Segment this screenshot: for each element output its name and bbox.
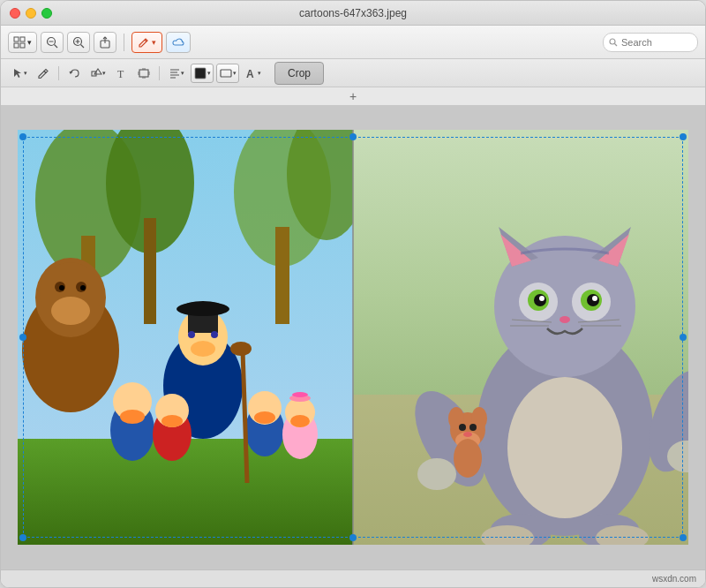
separator-3 (159, 66, 160, 80)
minimize-button[interactable] (26, 8, 36, 19)
rect-icon (138, 67, 150, 79)
svg-text:A: A (246, 68, 254, 79)
share-icon (99, 36, 111, 49)
svg-point-53 (120, 410, 145, 424)
svg-point-57 (161, 415, 183, 427)
svg-point-103 (469, 424, 477, 431)
edit-button[interactable]: ▾ (131, 32, 162, 53)
size-icon (13, 36, 26, 49)
text-format-icon: A (245, 67, 258, 79)
separator-1 (124, 34, 124, 51)
svg-point-84 (560, 316, 570, 323)
zoom-in-button[interactable] (67, 32, 90, 53)
svg-point-82 (539, 296, 545, 301)
svg-point-83 (592, 296, 597, 301)
svg-point-91 (417, 458, 456, 490)
cursor-tool-button[interactable]: ▾ (8, 64, 31, 83)
svg-text:T: T (117, 68, 124, 79)
svg-rect-2 (14, 43, 19, 48)
color-icon (193, 66, 207, 80)
svg-point-48 (188, 331, 195, 338)
text-format-button[interactable]: A ▾ (242, 64, 265, 83)
border-style-icon (219, 66, 233, 80)
cursor-icon (11, 67, 24, 79)
toolbar-secondary: ▾ ▾ T (1, 59, 705, 87)
svg-point-67 (292, 392, 308, 397)
shapes-arrow: ▾ (102, 70, 106, 77)
cursor-arrow: ▾ (24, 70, 27, 77)
separator-2 (58, 66, 59, 80)
svg-rect-23 (195, 68, 206, 79)
svg-rect-0 (14, 37, 19, 41)
svg-line-10 (81, 44, 85, 48)
svg-point-102 (459, 424, 466, 431)
crop-button[interactable]: Crop (274, 62, 324, 85)
svg-point-65 (290, 415, 310, 427)
svg-rect-54 (124, 390, 141, 399)
svg-rect-32 (144, 218, 156, 324)
svg-point-104 (463, 432, 472, 437)
footer: wsxdn.com (1, 569, 705, 587)
svg-rect-33 (275, 227, 289, 324)
svg-point-60 (254, 411, 275, 424)
pencil-icon (37, 67, 49, 79)
svg-point-50 (191, 341, 215, 357)
maximize-button[interactable] (41, 8, 52, 19)
svg-point-49 (211, 331, 218, 338)
svg-point-47 (176, 302, 229, 316)
shapes-icon (90, 67, 102, 79)
image-container (18, 130, 688, 545)
window-title: cartoons-647x363.jpeg (299, 7, 407, 19)
search-box (603, 33, 698, 52)
app-window: cartoons-647x363.jpeg ▾ (0, 0, 706, 588)
shapes-button[interactable]: ▾ (86, 64, 109, 83)
plus-icon[interactable]: + (349, 89, 357, 103)
svg-line-6 (55, 44, 58, 48)
svg-rect-3 (20, 43, 25, 48)
color-button[interactable]: ▾ (191, 64, 214, 83)
plus-row: + (1, 87, 705, 105)
titlebar: cartoons-647x363.jpeg (1, 1, 705, 26)
search-input[interactable] (621, 37, 692, 48)
size-group: ▾ (8, 32, 37, 53)
svg-point-89 (507, 377, 622, 518)
color-arrow: ▾ (207, 70, 211, 77)
zoom-out-button[interactable] (41, 32, 64, 53)
svg-point-42 (80, 285, 86, 290)
svg-point-14 (610, 39, 615, 44)
svg-point-41 (59, 285, 64, 290)
text-icon: T (116, 67, 128, 79)
zoom-out-icon (46, 36, 58, 49)
zoom-in-icon (72, 36, 85, 49)
align-icon (169, 67, 181, 79)
pen-tool-button[interactable] (34, 64, 53, 83)
svg-point-62 (230, 342, 252, 356)
svg-point-105 (454, 439, 482, 478)
undo-icon (68, 67, 80, 79)
close-button[interactable] (10, 8, 20, 19)
icloud-icon (171, 37, 185, 48)
text-format-arrow: ▾ (258, 70, 261, 77)
size-arrow-icon: ▾ (27, 38, 32, 47)
svg-rect-1 (20, 37, 25, 41)
icloud-button[interactable] (166, 32, 191, 53)
edit-arrow: ▾ (152, 38, 156, 47)
toolbar-primary: ▾ (1, 26, 705, 59)
cartoon-image (18, 130, 688, 545)
undo-button[interactable] (64, 64, 84, 83)
search-icon (609, 38, 618, 47)
pen-icon (138, 36, 150, 49)
svg-line-15 (615, 43, 618, 46)
size-dropdown-button[interactable]: ▾ (8, 32, 37, 53)
rect-tool-button[interactable] (134, 64, 154, 83)
traffic-lights (10, 8, 52, 19)
border-style-button[interactable]: ▾ (216, 64, 239, 83)
canvas-area (1, 105, 705, 569)
share-button[interactable] (94, 32, 116, 53)
align-arrow: ▾ (181, 70, 184, 77)
text-tool-button[interactable]: T (112, 64, 131, 83)
svg-rect-18 (139, 70, 148, 77)
align-button[interactable]: ▾ (165, 64, 188, 83)
svg-point-38 (51, 297, 90, 325)
watermark-text: wsxdn.com (652, 574, 696, 584)
